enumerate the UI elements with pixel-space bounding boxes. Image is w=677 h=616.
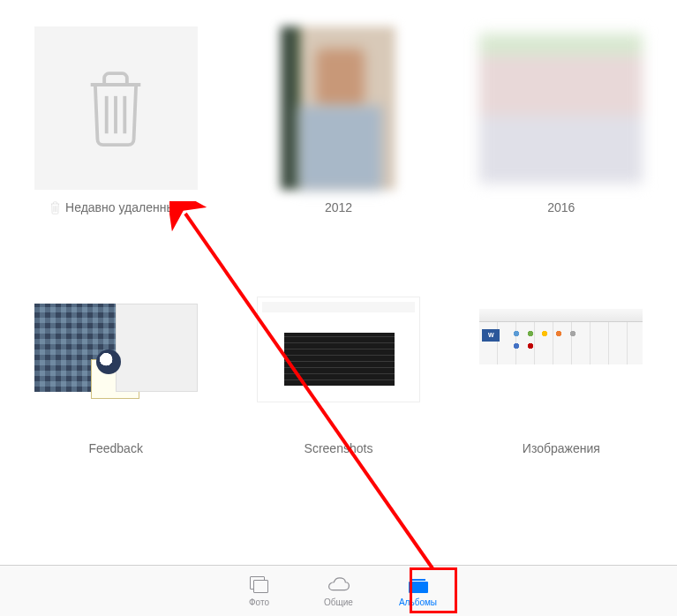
tab-bar: Фото Общие Альбомы xyxy=(0,565,677,616)
album-label: Недавно удаленные xyxy=(65,200,182,214)
album-thumb-2016 xyxy=(479,26,643,190)
trash-icon xyxy=(81,69,150,148)
cloud-icon xyxy=(327,575,350,596)
album-thumb-2012 xyxy=(257,26,420,190)
album-label-row: 2012 xyxy=(325,200,352,214)
photos-stack-icon xyxy=(248,575,271,596)
tab-label: Альбомы xyxy=(399,597,437,607)
album-thumb-deleted xyxy=(34,26,198,190)
album-label-row: Недавно удаленные xyxy=(49,200,182,214)
album-thumb-images: W xyxy=(479,267,643,431)
album-feedback[interactable]: Feedback xyxy=(26,267,205,455)
album-label-row: Screenshots xyxy=(305,441,373,455)
album-thumb-screenshots xyxy=(257,267,420,431)
album-2012[interactable]: 2012 xyxy=(249,26,427,214)
album-label: Screenshots xyxy=(305,441,373,455)
tab-shared[interactable]: Общие xyxy=(299,571,379,611)
tab-photos[interactable]: Фото xyxy=(220,571,299,611)
album-label: 2012 xyxy=(325,200,352,214)
album-2016[interactable]: 2016 xyxy=(472,26,651,214)
album-thumb-feedback xyxy=(34,267,198,431)
album-label-row: Изображения xyxy=(523,441,600,455)
album-images[interactable]: W Изображения xyxy=(472,267,651,455)
albums-content: Недавно удаленные 2012 2016 xyxy=(0,0,677,565)
trash-icon-small xyxy=(49,201,61,214)
albums-icon xyxy=(407,575,430,596)
album-grid: Недавно удаленные 2012 2016 xyxy=(26,26,651,455)
album-label: Изображения xyxy=(523,441,600,455)
album-recently-deleted[interactable]: Недавно удаленные xyxy=(26,26,205,214)
album-label-row: 2016 xyxy=(547,200,575,214)
album-label-row: Feedback xyxy=(88,441,142,455)
tab-label: Фото xyxy=(249,597,269,607)
album-screenshots[interactable]: Screenshots xyxy=(249,267,427,455)
album-label: Feedback xyxy=(88,441,142,455)
tab-albums[interactable]: Альбомы xyxy=(379,571,458,611)
tab-label: Общие xyxy=(324,597,353,607)
deleted-tile xyxy=(34,26,198,190)
album-label: 2016 xyxy=(547,200,575,214)
